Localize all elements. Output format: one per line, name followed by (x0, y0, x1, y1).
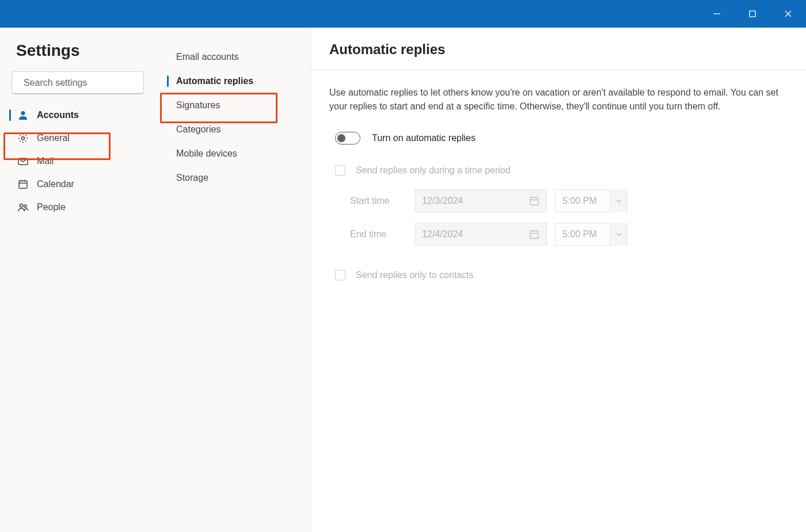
nav-item-label: People (37, 202, 66, 212)
end-date-input[interactable]: 12/4/2024 (415, 223, 547, 246)
nav-item-accounts[interactable]: Accounts (9, 104, 146, 127)
calendar-icon (17, 178, 29, 190)
svg-rect-9 (19, 181, 27, 188)
nav-item-label: Accounts (37, 110, 79, 120)
nav-item-people[interactable]: People (9, 196, 146, 219)
subnav-list: Email accounts Automatic replies Signatu… (160, 45, 306, 190)
subnav-item-automatic-replies[interactable]: Automatic replies (160, 69, 306, 93)
toggle-knob (337, 134, 345, 142)
subnav-label: Categories (176, 124, 220, 135)
people-icon (17, 202, 29, 213)
content-header: Automatic replies (311, 28, 806, 70)
nav-item-label: Calendar (37, 179, 74, 189)
start-date-input[interactable]: 12/3/2024 (415, 189, 547, 212)
svg-rect-19 (530, 231, 538, 238)
svg-point-7 (22, 137, 25, 140)
subnav-label: Automatic replies (176, 76, 253, 86)
toggle-label: Turn on automatic replies (372, 133, 476, 143)
calendar-icon (529, 196, 539, 206)
nav-item-general[interactable]: General (9, 127, 146, 150)
content-panel: Automatic replies Use automatic replies … (311, 28, 806, 532)
main-layout: Settings Accounts General (0, 28, 806, 532)
minimize-icon (713, 10, 721, 18)
page-title: Automatic replies (329, 41, 788, 58)
subnav-label: Email accounts (176, 52, 239, 62)
mail-icon (17, 155, 29, 167)
chevron-down-icon (610, 223, 627, 246)
chevron-down-icon (610, 189, 627, 212)
svg-point-13 (20, 204, 22, 207)
start-time-value: 5:00 PM (562, 196, 610, 206)
time-period-label: Send replies only during a time period (356, 165, 511, 176)
nav-item-label: General (37, 133, 70, 143)
subnav-label: Storage (176, 173, 208, 183)
end-time-row: End time 12/4/2024 5:00 PM (329, 223, 778, 246)
accounts-subnav: Email accounts Automatic replies Signatu… (155, 28, 311, 532)
start-time-row: Start time 12/3/2024 5:00 PM (329, 189, 778, 212)
close-icon (784, 10, 792, 18)
end-date-value: 12/4/2024 (422, 229, 463, 240)
svg-rect-15 (530, 197, 538, 205)
nav-item-calendar[interactable]: Calendar (9, 173, 146, 196)
contacts-only-checkbox[interactable] (335, 270, 345, 280)
contacts-only-row: Send replies only to contacts (329, 270, 778, 280)
svg-point-14 (24, 205, 26, 207)
end-time-label: End time (350, 229, 415, 240)
subnav-item-categories[interactable]: Categories (160, 117, 306, 142)
contacts-only-label: Send replies only to contacts (356, 270, 474, 280)
maximize-icon (748, 10, 756, 18)
search-settings-box[interactable] (12, 71, 144, 94)
search-input[interactable] (24, 78, 139, 88)
settings-title: Settings (16, 41, 146, 60)
end-time-value: 5:00 PM (562, 229, 610, 240)
close-button[interactable] (770, 0, 806, 28)
window-titlebar (0, 0, 806, 28)
person-icon (17, 109, 29, 121)
nav-item-mail[interactable]: Mail (9, 150, 146, 173)
subnav-label: Signatures (176, 100, 220, 111)
settings-nav-list: Accounts General Mail Calendar (9, 104, 146, 219)
svg-rect-1 (750, 11, 755, 17)
end-time-input[interactable]: 5:00 PM (555, 223, 628, 246)
time-period-row: Send replies only during a time period (329, 165, 778, 176)
start-date-value: 12/3/2024 (422, 196, 463, 206)
svg-point-6 (21, 111, 25, 115)
calendar-icon (529, 229, 539, 240)
automatic-replies-toggle[interactable] (335, 132, 360, 145)
start-time-label: Start time (350, 196, 415, 206)
window-controls (699, 0, 806, 28)
minimize-button[interactable] (699, 0, 735, 28)
subnav-item-storage[interactable]: Storage (160, 166, 306, 190)
subnav-item-mobile-devices[interactable]: Mobile devices (160, 142, 306, 166)
settings-sidebar: Settings Accounts General (0, 28, 155, 532)
start-time-input[interactable]: 5:00 PM (555, 189, 628, 212)
maximize-button[interactable] (735, 0, 770, 28)
gear-icon (17, 132, 29, 144)
subnav-item-signatures[interactable]: Signatures (160, 93, 306, 117)
time-period-checkbox[interactable] (335, 165, 345, 176)
toggle-row: Turn on automatic replies (329, 132, 778, 145)
subnav-label: Mobile devices (176, 149, 237, 159)
description-text: Use automatic replies to let others know… (329, 86, 778, 113)
content-body: Use automatic replies to let others know… (311, 70, 806, 310)
subnav-item-email-accounts[interactable]: Email accounts (160, 45, 306, 69)
nav-item-label: Mail (37, 156, 54, 166)
